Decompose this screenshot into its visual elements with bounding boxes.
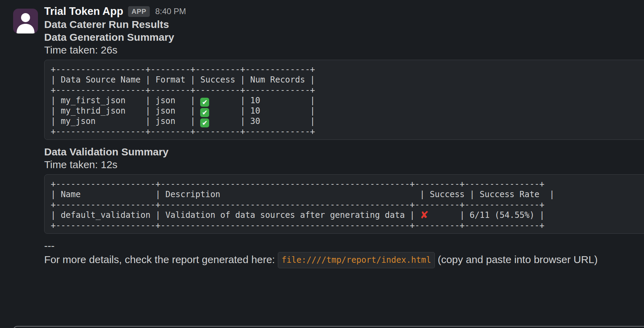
message-composer[interactable] xyxy=(13,326,644,328)
code-line: | Name | Description | Success | Success… xyxy=(51,189,644,200)
code-line: | my_json | json | ✔ | 30 | xyxy=(51,116,644,126)
code-line: | Data Source Name | Format | Success | … xyxy=(51,75,644,85)
app-badge: APP xyxy=(128,6,150,17)
code-line: +------------------+--------+---------+-… xyxy=(51,64,644,75)
app-avatar[interactable] xyxy=(13,9,38,33)
message-title: Data Caterer Run Results xyxy=(44,18,644,31)
generation-table-code-block: +------------------+--------+---------+-… xyxy=(44,60,644,140)
app-name[interactable]: Trial Token App xyxy=(44,5,123,18)
generation-time-taken: Time taken: 26s xyxy=(44,44,644,56)
code-line: +------------------+--------+---------+-… xyxy=(51,126,644,137)
text-divider: --- xyxy=(44,239,644,252)
code-line: +--------------------+------------------… xyxy=(51,220,644,231)
failure-cross-icon: ✘ xyxy=(420,211,429,220)
report-path-code: file:////tmp/report/index.html xyxy=(278,252,435,268)
validation-time-taken: Time taken: 12s xyxy=(44,158,644,171)
code-line: +--------------------+------------------… xyxy=(51,200,644,210)
generation-heading: Data Generation Summary xyxy=(44,31,644,44)
message-header: Trial Token App APP 8:40 PM xyxy=(44,5,644,18)
code-line: | my_first_json | json | ✔ | 10 | xyxy=(51,95,644,106)
code-line: | my_thrid_json | json | ✔ | 10 | xyxy=(51,106,644,116)
footer-suffix-text: (copy and paste into browser URL) xyxy=(438,254,598,265)
bot-message: Trial Token App APP 8:40 PM Data Caterer… xyxy=(0,0,644,268)
validation-heading: Data Validation Summary xyxy=(44,145,644,158)
slack-message-pane: { "message": { "sender": { "name": "Tria… xyxy=(0,0,644,328)
validation-table-code-block: +--------------------+------------------… xyxy=(44,174,644,234)
code-line: +--------------------+------------------… xyxy=(51,179,644,189)
message-timestamp[interactable]: 8:40 PM xyxy=(155,7,186,16)
code-line: | default_validation | Validation of dat… xyxy=(51,210,644,220)
report-footer: For more details, check the report gener… xyxy=(44,252,644,268)
user-silhouette-icon xyxy=(13,29,38,33)
code-line: +------------------+--------+---------+-… xyxy=(51,85,644,95)
footer-prefix-text: For more details, check the report gener… xyxy=(44,254,275,265)
